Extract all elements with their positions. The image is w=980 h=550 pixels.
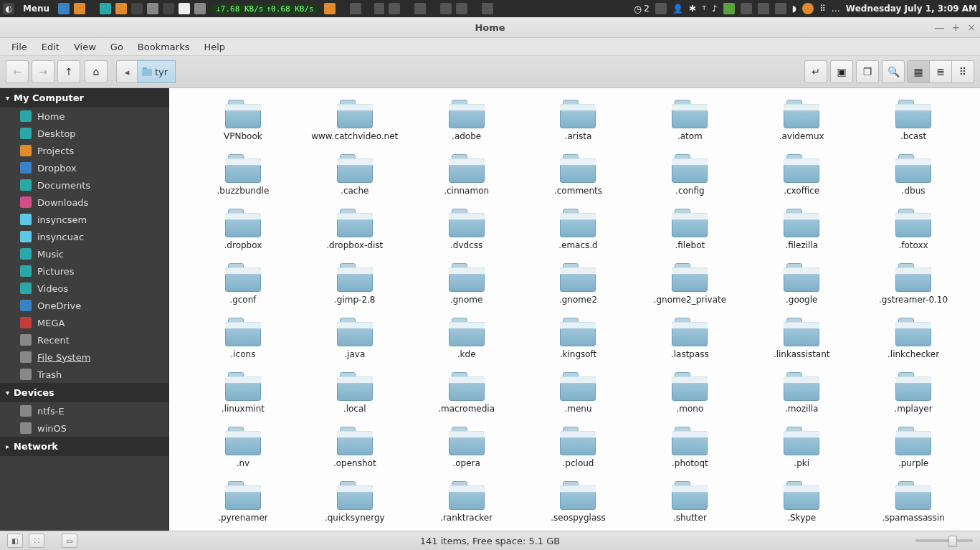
- launcher-4-icon[interactable]: [147, 3, 158, 14]
- view-compact-button[interactable]: ⠿: [951, 60, 974, 83]
- editor-launcher-icon[interactable]: [179, 3, 190, 14]
- menu-bookmarks[interactable]: Bookmarks: [132, 40, 196, 54]
- folder-item[interactable]: .cinnamon: [414, 154, 519, 196]
- folder-item[interactable]: .local: [303, 372, 407, 414]
- folder-item[interactable]: .gnome2: [526, 263, 631, 305]
- launcher-1-icon[interactable]: [100, 3, 111, 14]
- files-launcher-icon[interactable]: [58, 3, 70, 14]
- folder-item[interactable]: .linkchecker: [861, 318, 966, 359]
- folder-item[interactable]: .seospyglass: [526, 481, 631, 523]
- menu-view[interactable]: View: [68, 40, 102, 54]
- folder-item[interactable]: .cache: [303, 154, 407, 196]
- apps-grid-icon[interactable]: ⠿: [819, 4, 826, 14]
- sidebar-item[interactable]: Videos: [0, 280, 168, 297]
- folder-item[interactable]: .spamassassin: [861, 481, 966, 523]
- tray-app-1-icon[interactable]: [350, 3, 361, 14]
- sound-icon[interactable]: ♪: [712, 4, 718, 14]
- sidebar-item[interactable]: File System: [0, 349, 168, 366]
- tray-indicator-5-icon[interactable]: [802, 3, 814, 14]
- xampp-launcher-icon[interactable]: [74, 3, 85, 14]
- menu-help[interactable]: Help: [198, 40, 231, 54]
- folder-item[interactable]: .dvdcss: [414, 209, 519, 250]
- folder-item[interactable]: .opera: [414, 427, 519, 468]
- sidebar-item[interactable]: Documents: [0, 176, 168, 194]
- folder-item[interactable]: .linkassistant: [749, 318, 854, 359]
- folder-item[interactable]: .menu: [526, 372, 631, 414]
- tray-app-6-icon[interactable]: [456, 3, 467, 14]
- nav-up-button[interactable]: ↑: [57, 60, 80, 83]
- menu-file[interactable]: File: [6, 40, 33, 54]
- folder-item[interactable]: .photoqt: [637, 427, 742, 468]
- folder-item[interactable]: .dropbox: [191, 209, 295, 250]
- folder-item[interactable]: .shutter: [637, 481, 742, 523]
- menu-button[interactable]: Menu: [19, 4, 54, 14]
- folder-item[interactable]: VPNbook: [191, 100, 295, 141]
- sidebar-item[interactable]: Downloads: [0, 194, 168, 211]
- view-icons-button[interactable]: ▦: [907, 60, 930, 83]
- sidebar-header-network[interactable]: ▸ Network: [0, 437, 168, 456]
- tray-app-2-icon[interactable]: [374, 3, 384, 14]
- folder-item[interactable]: .Skype: [749, 481, 854, 523]
- system-icon[interactable]: ◐: [3, 3, 14, 14]
- sidebar-item[interactable]: winOS: [0, 419, 168, 437]
- folder-item[interactable]: .mplayer: [861, 372, 966, 414]
- folder-item[interactable]: .fotoxx: [861, 209, 966, 250]
- titlebar[interactable]: Home — + ×: [0, 17, 980, 38]
- folder-item[interactable]: .avidemux: [749, 100, 854, 141]
- user-icon[interactable]: 👤: [672, 4, 683, 14]
- folder-item[interactable]: .openshot: [303, 427, 407, 468]
- tray-indicator-4-icon[interactable]: [775, 3, 786, 14]
- sidebar-item[interactable]: ntfs-E: [0, 402, 168, 419]
- folder-item[interactable]: .arista: [526, 100, 631, 141]
- sidebar-header-my-computer[interactable]: ▾ My Computer: [0, 88, 168, 108]
- sidebar-item[interactable]: Dropbox: [0, 159, 168, 176]
- folder-item[interactable]: .config: [637, 154, 742, 196]
- terminal-button[interactable]: ▣: [830, 60, 853, 83]
- sidebar-item[interactable]: Music: [0, 245, 168, 262]
- battery-icon[interactable]: ◗: [792, 4, 796, 14]
- folder-item[interactable]: .icons: [191, 318, 295, 359]
- folder-item[interactable]: .lastpass: [637, 318, 742, 359]
- sidebar-item[interactable]: Recent: [0, 331, 168, 349]
- firefox-launcher-icon[interactable]: [115, 3, 127, 14]
- launcher-7-icon[interactable]: [194, 3, 206, 14]
- folder-item[interactable]: .gnome: [414, 263, 519, 305]
- sidebar-item[interactable]: Trash: [0, 366, 168, 383]
- tray-app-4-icon[interactable]: [414, 3, 426, 14]
- network-speed-indicator[interactable]: ↓7.68 KB/s ↑0.68 KB/s: [210, 4, 319, 14]
- nav-back-button[interactable]: ←: [6, 60, 29, 83]
- terminal-launcher-icon[interactable]: [163, 3, 174, 14]
- folder-item[interactable]: .dropbox-dist: [303, 209, 407, 250]
- sidebar-item[interactable]: Pictures: [0, 262, 168, 280]
- view-list-button[interactable]: ≣: [929, 60, 952, 83]
- folder-item[interactable]: .gimp-2.8: [303, 263, 407, 305]
- tray-app-7-icon[interactable]: [482, 3, 493, 14]
- tray-app-3-icon[interactable]: [389, 3, 400, 14]
- more-icon[interactable]: …: [832, 4, 840, 14]
- tray-app-5-icon[interactable]: [440, 3, 452, 14]
- folder-item[interactable]: .emacs.d: [526, 209, 631, 250]
- tray-indicator-3-icon[interactable]: [758, 3, 769, 14]
- menu-go[interactable]: Go: [105, 40, 129, 54]
- sidebar-item[interactable]: MEGA: [0, 314, 168, 331]
- sidebar-item[interactable]: insyncuac: [0, 228, 168, 245]
- folder-item[interactable]: .linuxmint: [191, 372, 295, 414]
- new-tab-button[interactable]: ↵: [804, 60, 827, 83]
- wifi-icon[interactable]: ⸆: [702, 4, 706, 14]
- folder-item[interactable]: .kingsoft: [526, 318, 631, 359]
- folder-item[interactable]: .java: [303, 318, 407, 359]
- bluetooth-icon[interactable]: ✱: [689, 4, 696, 14]
- workspace-indicator[interactable]: ◷2: [634, 4, 650, 14]
- tray-indicator-2-icon[interactable]: [741, 3, 752, 14]
- folder-item[interactable]: .comments: [526, 154, 631, 196]
- folder-item[interactable]: .mozilla: [749, 372, 854, 414]
- folder-item[interactable]: .gnome2_private: [637, 263, 742, 305]
- sidebar-toggle-button[interactable]: ◧: [7, 534, 23, 548]
- sidebar-item[interactable]: OneDrive: [0, 297, 168, 314]
- clock[interactable]: Wednesday July 1, 3:09 AM: [846, 4, 977, 14]
- folder-item[interactable]: .filebot: [637, 209, 742, 250]
- sidebar-header-devices[interactable]: ▾ Devices: [0, 383, 168, 402]
- folder-item[interactable]: .adobe: [414, 100, 519, 141]
- launcher-3-icon[interactable]: [131, 3, 143, 14]
- sidebar-item[interactable]: Desktop: [0, 125, 168, 142]
